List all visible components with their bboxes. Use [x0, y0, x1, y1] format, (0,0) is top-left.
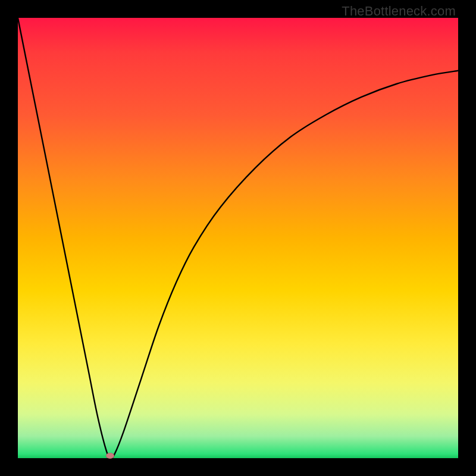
watermark-text: TheBottleneck.com [342, 4, 456, 19]
plot-area [18, 18, 458, 458]
chart-frame: TheBottleneck.com [0, 0, 476, 476]
optimal-point-marker [106, 453, 114, 459]
bottleneck-curve [18, 18, 458, 458]
